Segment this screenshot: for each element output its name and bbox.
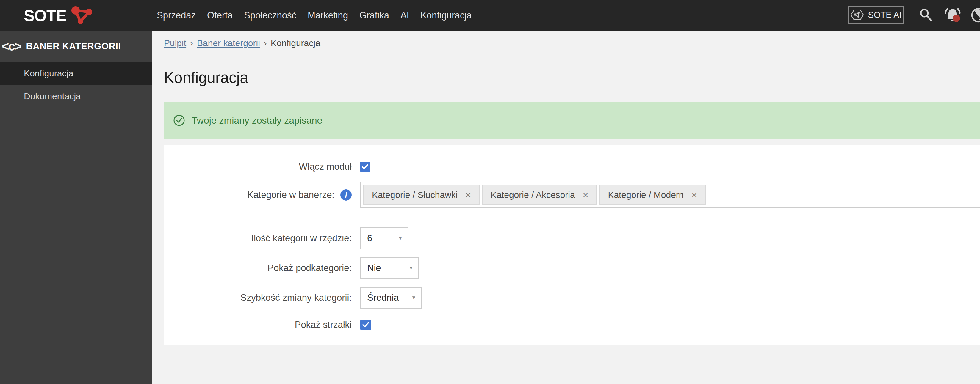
checkmark-icon bbox=[361, 164, 369, 170]
category-tag: Kategorie / Akcesoria × bbox=[482, 185, 597, 205]
sidebar: <c> BANER KATERGORII Konfiguracja Dokume… bbox=[0, 31, 152, 384]
chevron-down-icon: ▼ bbox=[411, 295, 416, 301]
sote-ai-button[interactable]: SOTE AI bbox=[848, 6, 904, 24]
breadcrumb-link-pulpit[interactable]: Pulpit bbox=[164, 38, 186, 48]
success-alert-text: Twoje zmiany zostały zapisane bbox=[192, 115, 322, 126]
menu-item-ai[interactable]: AI bbox=[401, 10, 409, 21]
configuration-form: Włącz moduł Kategorie w banerze: i Kateg… bbox=[164, 145, 980, 345]
breadcrumb-link-baner-katergorii[interactable]: Baner katergorii bbox=[197, 38, 260, 48]
sote-ai-label: SOTE AI bbox=[868, 10, 902, 20]
sidebar-item-konfiguracja[interactable]: Konfiguracja bbox=[0, 62, 152, 85]
search-icon[interactable] bbox=[919, 8, 933, 22]
remove-tag-icon[interactable]: × bbox=[466, 190, 471, 200]
code-module-icon: <c> bbox=[2, 39, 21, 54]
hexagon-molecule-icon bbox=[850, 8, 864, 22]
top-bar: SOTE Sprzedaż Oferta Społeczność Marketi… bbox=[0, 0, 980, 31]
speed-select[interactable]: Średnia ▼ bbox=[360, 287, 422, 308]
show-arrows-label: Pokaż strzałki bbox=[164, 320, 352, 330]
per-row-label: Ilość kategorii w rzędzie: bbox=[164, 227, 352, 249]
menu-item-spolecznosc[interactable]: Społeczność bbox=[244, 10, 296, 21]
breadcrumb-current: Konfiguracja bbox=[271, 38, 320, 48]
category-tag-label: Kategorie / Słuchawki bbox=[372, 190, 458, 200]
category-tag-label: Kategorie / Akcesoria bbox=[491, 190, 575, 200]
success-alert: Twoje zmiany zostały zapisane bbox=[164, 102, 980, 139]
breadcrumb-separator: › bbox=[264, 38, 267, 48]
sote-logo-text: SOTE bbox=[24, 6, 66, 25]
subcategories-select[interactable]: Nie ▼ bbox=[360, 257, 419, 279]
sidebar-item-label: Konfiguracja bbox=[24, 68, 73, 78]
sidebar-module-title: BANER KATERGORII bbox=[26, 41, 121, 52]
sote-logo[interactable]: SOTE bbox=[24, 0, 94, 31]
breadcrumb-separator: › bbox=[190, 38, 193, 48]
categories-label: Kategorie w banerze: bbox=[247, 190, 334, 200]
remove-tag-icon[interactable]: × bbox=[692, 190, 697, 200]
menu-item-sprzedaz[interactable]: Sprzedaż bbox=[157, 10, 196, 21]
main-menu: Sprzedaż Oferta Społeczność Marketing Gr… bbox=[157, 0, 472, 31]
categories-multiselect-field[interactable]: Kategorie / Słuchawki × Kategorie / Akce… bbox=[360, 182, 980, 208]
chevron-down-icon: ▼ bbox=[409, 265, 414, 271]
checkmark-icon bbox=[362, 322, 369, 328]
speed-value: Średnia bbox=[367, 292, 399, 303]
menu-item-oferta[interactable]: Oferta bbox=[207, 10, 233, 21]
remove-tag-icon[interactable]: × bbox=[583, 190, 589, 200]
show-arrows-checkbox[interactable] bbox=[360, 320, 371, 330]
sote-logo-mark-icon bbox=[70, 5, 94, 27]
subcategories-label: Pokaż podkategorie: bbox=[164, 257, 352, 279]
category-tag-label: Kategorie / Modern bbox=[608, 190, 684, 200]
globe-icon[interactable] bbox=[971, 7, 980, 23]
category-tag: Kategorie / Słuchawki × bbox=[363, 185, 480, 205]
notification-badge bbox=[953, 14, 960, 22]
enable-module-checkbox[interactable] bbox=[360, 162, 371, 172]
subcategories-value: Nie bbox=[367, 263, 381, 273]
sidebar-module-header: <c> BANER KATERGORII bbox=[0, 31, 152, 62]
enable-module-label: Włącz moduł bbox=[164, 162, 352, 172]
notifications-bell-icon[interactable] bbox=[944, 6, 962, 25]
menu-item-grafika[interactable]: Grafika bbox=[360, 10, 389, 21]
menu-item-marketing[interactable]: Marketing bbox=[308, 10, 348, 21]
chevron-down-icon: ▼ bbox=[398, 235, 403, 241]
check-circle-icon bbox=[173, 114, 185, 126]
sidebar-item-label: Dokumentacja bbox=[24, 91, 81, 102]
breadcrumb: Pulpit › Baner katergorii › Konfiguracja bbox=[164, 38, 320, 48]
page-title: Konfiguracja bbox=[164, 69, 248, 86]
menu-item-konfiguracja[interactable]: Konfiguracja bbox=[420, 10, 472, 21]
per-row-value: 6 bbox=[367, 233, 372, 244]
speed-label: Szybkość zmiany kategorii: bbox=[164, 287, 352, 308]
per-row-select[interactable]: 6 ▼ bbox=[360, 227, 408, 249]
info-icon[interactable]: i bbox=[340, 189, 352, 201]
category-tag: Kategorie / Modern × bbox=[599, 185, 706, 205]
sidebar-item-dokumentacja[interactable]: Dokumentacja bbox=[0, 85, 152, 108]
